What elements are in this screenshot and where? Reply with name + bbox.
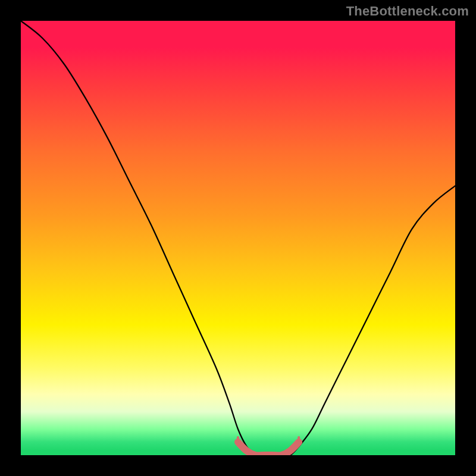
plot-area (21, 21, 455, 455)
curve-svg (21, 21, 455, 455)
watermark-text: TheBottleneck.com (346, 4, 469, 19)
chart-frame: TheBottleneck.com (0, 0, 476, 476)
bottleneck-curve (21, 21, 455, 455)
minimum-highlight (238, 442, 299, 455)
